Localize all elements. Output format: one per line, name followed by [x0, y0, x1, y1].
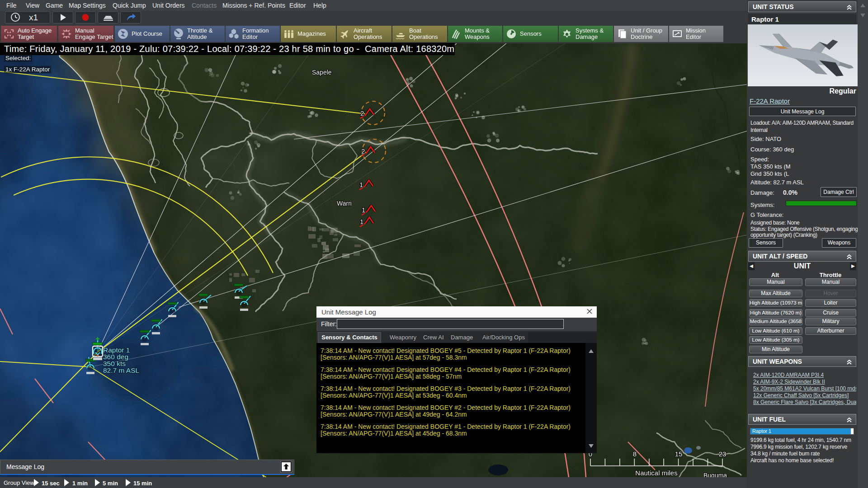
svg-text:x1: x1 — [29, 13, 38, 22]
svg-text:23: 23 — [719, 450, 726, 458]
svg-text:1: 1 — [362, 206, 365, 214]
svg-text:Warri: Warri — [337, 200, 352, 207]
svg-text:1: 1 — [360, 218, 363, 225]
svg-text:2: 2 — [361, 147, 365, 155]
svg-text:82.7 m ASL: 82.7 m ASL — [103, 366, 140, 374]
svg-text:Nautical miles: Nautical miles — [635, 469, 677, 477]
svg-text:2: 2 — [360, 109, 364, 117]
svg-text:Sapele: Sapele — [312, 69, 332, 76]
svg-text:Buguma: Buguma — [703, 472, 727, 477]
svg-text:8: 8 — [633, 450, 637, 458]
svg-text:15: 15 — [675, 450, 683, 458]
svg-text:1: 1 — [359, 181, 363, 188]
